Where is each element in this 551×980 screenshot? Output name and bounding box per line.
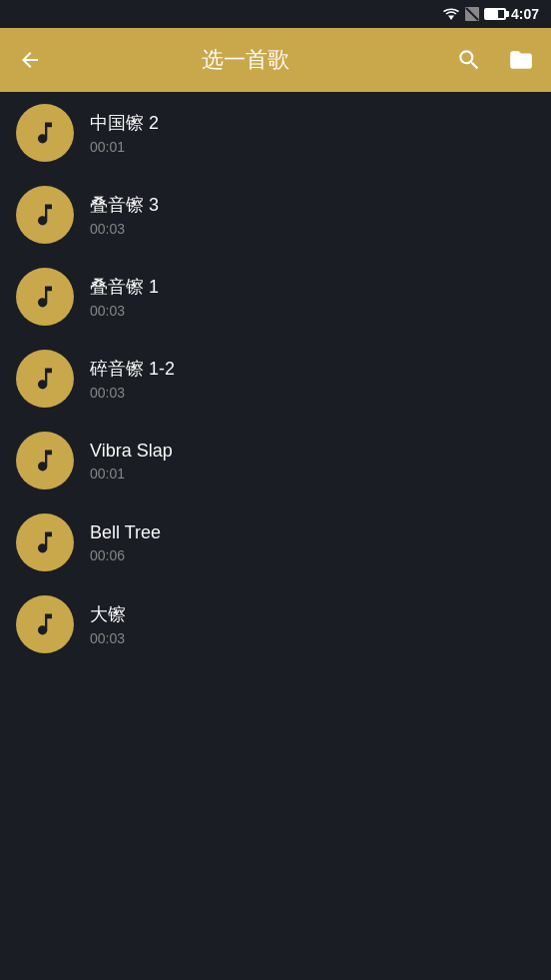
music-note-icon bbox=[31, 365, 59, 393]
song-info: 中国镲 2 00:01 bbox=[90, 111, 159, 155]
song-list: 中国镲 2 00:01 叠音镲 3 00:03 叠音镲 1 00:03 bbox=[0, 92, 551, 980]
svg-marker-0 bbox=[448, 16, 454, 21]
song-duration: 00:06 bbox=[90, 547, 161, 563]
status-bar: 4:07 bbox=[0, 0, 551, 28]
song-title: 大镲 bbox=[90, 602, 126, 626]
song-info: 碎音镲 1-2 00:03 bbox=[90, 357, 175, 401]
sim-icon bbox=[465, 7, 479, 21]
music-note-icon bbox=[31, 610, 59, 638]
song-title: Vibra Slap bbox=[90, 441, 173, 462]
song-duration: 00:03 bbox=[90, 221, 159, 237]
song-info: Vibra Slap 00:01 bbox=[90, 441, 173, 482]
song-duration: 00:03 bbox=[90, 630, 126, 646]
song-info: 叠音镲 1 00:03 bbox=[90, 275, 159, 319]
song-info: Bell Tree 00:06 bbox=[90, 522, 161, 563]
search-button[interactable] bbox=[451, 42, 487, 78]
song-avatar bbox=[16, 268, 74, 326]
battery-icon bbox=[484, 8, 506, 20]
song-item-1[interactable]: 中国镲 2 00:01 bbox=[0, 92, 551, 174]
app-bar: 选一首歌 bbox=[0, 28, 551, 92]
song-avatar bbox=[16, 350, 74, 408]
back-button[interactable] bbox=[12, 42, 48, 78]
song-avatar bbox=[16, 104, 74, 162]
song-avatar bbox=[16, 186, 74, 244]
song-title: 叠音镲 3 bbox=[90, 193, 159, 217]
music-note-icon bbox=[31, 201, 59, 229]
music-note-icon bbox=[31, 119, 59, 147]
song-title: Bell Tree bbox=[90, 522, 161, 543]
song-avatar bbox=[16, 595, 74, 653]
song-duration: 00:01 bbox=[90, 139, 159, 155]
music-note-icon bbox=[31, 528, 59, 556]
song-item-5[interactable]: Vibra Slap 00:01 bbox=[0, 420, 551, 501]
song-info: 大镲 00:03 bbox=[90, 602, 126, 646]
song-duration: 00:03 bbox=[90, 385, 175, 401]
song-title: 叠音镲 1 bbox=[90, 275, 159, 299]
status-time: 4:07 bbox=[511, 6, 539, 22]
song-title: 中国镲 2 bbox=[90, 111, 159, 135]
song-item-4[interactable]: 碎音镲 1-2 00:03 bbox=[0, 338, 551, 420]
song-duration: 00:01 bbox=[90, 466, 173, 482]
song-item-3[interactable]: 叠音镲 1 00:03 bbox=[0, 256, 551, 338]
song-avatar bbox=[16, 432, 74, 490]
music-note-icon bbox=[31, 283, 59, 311]
song-item-6[interactable]: Bell Tree 00:06 bbox=[0, 501, 551, 583]
status-icons: 4:07 bbox=[442, 6, 539, 22]
song-duration: 00:03 bbox=[90, 303, 159, 319]
folder-button[interactable] bbox=[503, 42, 539, 78]
music-note-icon bbox=[31, 447, 59, 475]
song-title: 碎音镲 1-2 bbox=[90, 357, 175, 381]
song-avatar bbox=[16, 513, 74, 571]
wifi-icon bbox=[442, 7, 460, 21]
page-title: 选一首歌 bbox=[64, 45, 427, 75]
song-item-7[interactable]: 大镲 00:03 bbox=[0, 583, 551, 665]
song-item-2[interactable]: 叠音镲 3 00:03 bbox=[0, 174, 551, 256]
song-info: 叠音镲 3 00:03 bbox=[90, 193, 159, 237]
